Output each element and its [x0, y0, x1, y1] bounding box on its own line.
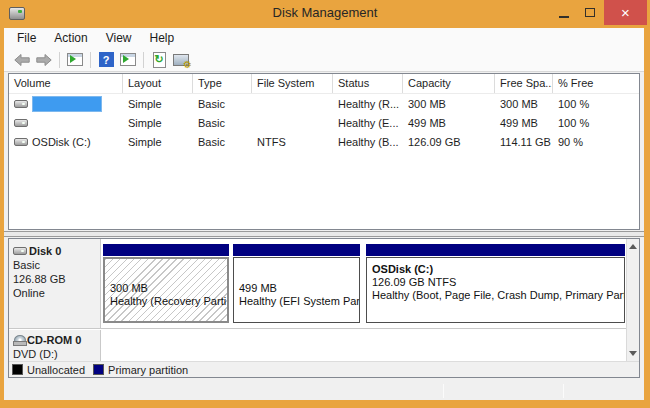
cdrom-media: DVD (D:) — [13, 347, 97, 361]
menu-file[interactable]: File — [8, 28, 45, 48]
cdrom-icon — [13, 335, 26, 346]
cdrom-name: CD-ROM 0 — [27, 333, 81, 347]
partition-efi[interactable]: 499 MB Healthy (EFI System Partit — [233, 244, 360, 324]
close-button[interactable]: × — [604, 0, 647, 25]
cell-type: Basic — [193, 117, 252, 129]
cell-type: Basic — [193, 136, 252, 148]
close-icon: × — [621, 0, 630, 25]
statusbar-divider — [563, 384, 564, 398]
partition-status: Healthy (EFI System Partit — [239, 295, 355, 308]
status-bar — [8, 382, 640, 400]
scroll-down-icon — [629, 351, 637, 356]
partition-recovery[interactable]: 300 MB Healthy (Recovery Parti — [103, 244, 229, 324]
pane-splitter[interactable] — [4, 231, 644, 237]
column-header-status[interactable]: Status — [333, 74, 403, 93]
cell-layout: Simple — [123, 98, 193, 110]
cell-layout: Simple — [123, 117, 193, 129]
partition-size: 126.09 GB NTFS — [372, 276, 620, 289]
minimize-icon — [559, 16, 569, 18]
menu-view[interactable]: View — [97, 28, 141, 48]
cell-free-space: 300 MB — [495, 98, 553, 110]
volume-name: OSDisk (C:) — [32, 136, 91, 148]
back-icon — [14, 54, 30, 66]
vertical-scrollbar[interactable] — [626, 239, 639, 361]
minimize-button[interactable] — [552, 0, 576, 25]
disk0-size: 126.88 GB — [13, 272, 97, 286]
show-action-pane-icon — [120, 53, 136, 66]
column-header-file-system[interactable]: File System — [252, 74, 333, 93]
menu-action[interactable]: Action — [45, 28, 96, 48]
cell-capacity: 499 MB — [403, 117, 495, 129]
maximize-icon — [585, 8, 595, 17]
column-header-capacity[interactable]: Capacity — [403, 74, 495, 93]
menu-help[interactable]: Help — [141, 28, 184, 48]
disk-settings-button[interactable] — [170, 50, 192, 70]
scroll-up-button[interactable] — [627, 240, 639, 253]
toolbar: ? ↻ — [4, 48, 644, 72]
column-header-layout[interactable]: Layout — [123, 74, 193, 93]
cell-free-space: 114.11 GB — [495, 136, 553, 148]
legend-unallocated-label: Unallocated — [27, 364, 85, 376]
volume-drive-icon — [14, 100, 28, 108]
table-row[interactable]: Simple Basic Healthy (R... 300 MB 300 MB… — [9, 94, 639, 113]
menubar: File Action View Help — [4, 28, 644, 48]
titlebar[interactable]: Disk Management × — [0, 0, 650, 28]
partition-status: Healthy (Boot, Page File, Crash Dump, Pr… — [372, 289, 620, 302]
partition-status: Healthy (Recovery Parti — [110, 295, 223, 308]
cell-capacity: 126.09 GB — [403, 136, 495, 148]
maximize-button[interactable] — [578, 0, 602, 25]
scroll-down-button[interactable] — [627, 347, 639, 360]
volume-name-cell — [9, 96, 123, 112]
help-button[interactable]: ? — [95, 50, 117, 70]
client-area: File Action View Help ? — [4, 28, 644, 400]
partition-title: OSDisk (C:) — [372, 263, 620, 276]
disk0-name: Disk 0 — [29, 244, 61, 258]
column-header-volume[interactable]: Volume — [9, 74, 123, 93]
graphical-view: Disk 0 Basic 126.88 GB Online 300 MB Hea… — [8, 238, 640, 378]
disk-settings-icon — [173, 54, 189, 66]
show-action-pane-button[interactable] — [117, 50, 139, 70]
table-row[interactable]: Simple Basic Healthy (E... 499 MB 499 MB… — [9, 113, 639, 132]
volume-list: Volume Layout Type File System Status Ca… — [8, 73, 640, 230]
disk-icon — [13, 247, 27, 255]
partition-body: OSDisk (C:) 126.09 GB NTFS Healthy (Boot… — [366, 257, 625, 323]
column-header-pct-free[interactable]: % Free — [553, 74, 639, 93]
partition-size: 300 MB — [110, 282, 223, 295]
volume-drive-icon — [14, 138, 28, 146]
partition-color-bar — [103, 244, 229, 256]
forward-button[interactable] — [33, 50, 55, 70]
volume-drive-icon — [14, 119, 28, 127]
cell-file-system: NTFS — [252, 136, 333, 148]
selected-volume-name-highlight — [32, 96, 102, 112]
cell-status: Healthy (R... — [333, 98, 403, 110]
toolbar-separator — [143, 52, 144, 68]
column-header-free-space[interactable]: Free Spa... — [495, 74, 553, 93]
refresh-button[interactable]: ↻ — [148, 50, 170, 70]
cell-layout: Simple — [123, 136, 193, 148]
volume-name-cell — [9, 119, 123, 127]
toolbar-separator — [90, 52, 91, 68]
partition-color-bar — [366, 244, 625, 256]
statusbar-divider — [443, 384, 444, 398]
column-header-type[interactable]: Type — [193, 74, 252, 93]
partition-osdisk[interactable]: OSDisk (C:) 126.09 GB NTFS Healthy (Boot… — [366, 244, 625, 324]
disk0-kind: Basic — [13, 258, 97, 272]
cell-pct-free: 100 % — [553, 98, 639, 110]
disk0-label-panel[interactable]: Disk 0 Basic 126.88 GB Online — [9, 239, 101, 328]
show-console-tree-button[interactable] — [64, 50, 86, 70]
cdrom-label-panel[interactable]: CD-ROM 0 DVD (D:) — [9, 330, 101, 362]
show-console-tree-icon — [67, 53, 83, 66]
partition-color-bar — [233, 244, 360, 256]
forward-icon — [36, 54, 52, 66]
back-button[interactable] — [11, 50, 33, 70]
disk-management-window: Disk Management × File Action View Help — [0, 0, 650, 408]
legend-primary-label: Primary partition — [108, 364, 188, 376]
table-row[interactable]: OSDisk (C:) Simple Basic NTFS Healthy (B… — [9, 132, 639, 151]
legend-primary-swatch — [93, 364, 104, 375]
legend-bar: Unallocated Primary partition — [9, 361, 639, 377]
legend-unallocated-swatch — [12, 364, 23, 375]
partition-size: 499 MB — [239, 282, 355, 295]
refresh-icon: ↻ — [153, 52, 166, 68]
disk0-state: Online — [13, 286, 97, 300]
volume-name-cell: OSDisk (C:) — [9, 136, 123, 148]
